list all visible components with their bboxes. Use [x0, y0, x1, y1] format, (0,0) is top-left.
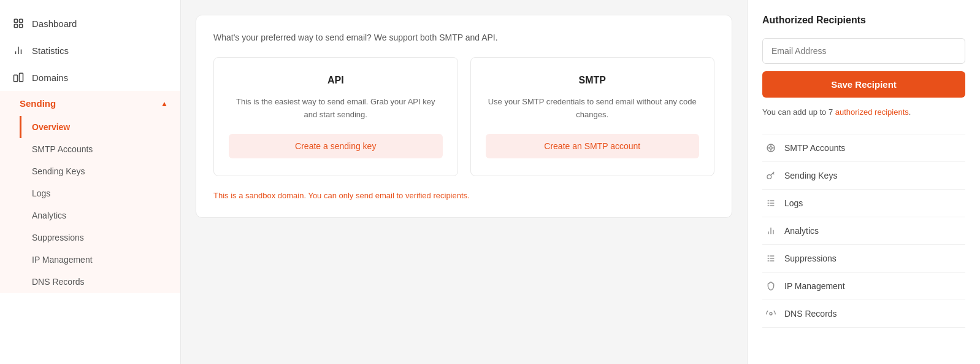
panel-label-analytics: Analytics [784, 226, 819, 236]
sidebar-label-overview: Overview [32, 122, 70, 132]
logs-icon [765, 198, 777, 208]
panel-label-smtp-accounts: SMTP Accounts [784, 143, 845, 153]
api-description: This is the easiest way to send email. G… [229, 96, 443, 122]
panel-label-dns-records: DNS Records [784, 309, 837, 319]
sidebar-label-sending: Sending [20, 98, 56, 109]
key-icon [765, 171, 777, 180]
ip-management-icon [765, 281, 777, 291]
sidebar-item-dashboard[interactable]: Dashboard [0, 10, 180, 37]
sidebar-label-dashboard: Dashboard [32, 18, 77, 29]
svg-rect-8 [20, 73, 23, 82]
sidebar-item-sending[interactable]: Sending ▲ [0, 91, 180, 116]
sidebar-item-domains[interactable]: Domains [0, 64, 180, 91]
sidebar-label-smtp-accounts: SMTP Accounts [32, 144, 93, 154]
dashboard-icon [12, 17, 25, 29]
sidebar-item-analytics[interactable]: Analytics [0, 204, 180, 227]
send-options: API This is the easiest way to send emai… [213, 57, 714, 176]
email-input[interactable] [762, 38, 965, 64]
panel-nav-smtp-accounts[interactable]: SMTP Accounts [762, 134, 965, 162]
authorized-recipients-link[interactable]: authorized recipients [835, 107, 909, 117]
panel-label-logs: Logs [784, 198, 803, 208]
sidebar-item-ip-management[interactable]: IP Management [0, 249, 180, 271]
main-content: What's your preferred way to send email?… [181, 0, 747, 364]
sending-section: Sending ▲ Overview SMTP Accounts Sending… [0, 91, 180, 293]
svg-point-33 [770, 312, 772, 315]
svg-rect-1 [20, 19, 23, 22]
panel-label-suppressions: Suppressions [784, 254, 836, 263]
sidebar-label-ip-management: IP Management [32, 255, 93, 265]
smtp-option-card: SMTP Use your SMTP credentials to send e… [470, 57, 715, 176]
panel-nav-dns-records[interactable]: DNS Records [762, 300, 965, 328]
panel-label-sending-keys: Sending Keys [784, 171, 837, 180]
smtp-description: Use your SMTP credentials to send email … [486, 96, 700, 122]
sidebar-item-statistics[interactable]: Statistics [0, 37, 180, 64]
sidebar-label-statistics: Statistics [32, 45, 69, 56]
svg-rect-0 [14, 19, 17, 22]
sidebar-item-smtp-accounts[interactable]: SMTP Accounts [0, 138, 180, 160]
dns-records-icon [765, 309, 777, 319]
panel-nav-suppressions[interactable]: Suppressions [762, 245, 965, 273]
sidebar-label-sending-keys: Sending Keys [32, 166, 85, 176]
sidebar-item-logs[interactable]: Logs [0, 182, 180, 204]
api-option-card: API This is the easiest way to send emai… [213, 57, 458, 176]
create-smtp-account-button[interactable]: Create an SMTP account [486, 134, 700, 158]
sending-sub-items: Overview SMTP Accounts Sending Keys Logs… [0, 116, 180, 293]
svg-point-15 [767, 175, 771, 179]
chevron-up-icon: ▲ [161, 99, 168, 108]
sidebar-label-suppressions: Suppressions [32, 233, 84, 242]
svg-rect-3 [20, 25, 23, 28]
suppressions-icon [765, 254, 777, 263]
domains-icon [12, 71, 25, 83]
create-sending-key-button[interactable]: Create a sending key [229, 134, 443, 158]
sidebar-label-domains: Domains [32, 72, 68, 83]
sidebar-label-dns-records: DNS Records [32, 277, 85, 287]
save-recipient-button[interactable]: Save Recipient [762, 71, 965, 98]
panel-title: Authorized Recipients [762, 15, 965, 26]
recipient-note: You can add up to 7 authorized recipient… [762, 107, 965, 117]
sidebar-item-sending-keys[interactable]: Sending Keys [0, 160, 180, 182]
smtp-accounts-icon [765, 143, 777, 153]
sidebar-item-suppressions[interactable]: Suppressions [0, 227, 180, 249]
panel-label-ip-management: IP Management [784, 281, 845, 291]
panel-nav-sending-keys[interactable]: Sending Keys [762, 162, 965, 190]
sidebar-label-logs: Logs [32, 188, 50, 198]
svg-rect-7 [14, 75, 18, 82]
sidebar-item-overview[interactable]: Overview [0, 116, 180, 138]
send-options-card: What's your preferred way to send email?… [196, 15, 732, 218]
sandbox-notice: This is a sandbox domain. You can only s… [213, 191, 714, 200]
panel-nav-ip-management[interactable]: IP Management [762, 273, 965, 300]
analytics-icon [765, 226, 777, 236]
sidebar: Dashboard Statistics Domains [0, 0, 181, 364]
sidebar-item-dns-records[interactable]: DNS Records [0, 271, 180, 293]
panel-nav-logs[interactable]: Logs [762, 190, 965, 217]
svg-point-10 [770, 147, 772, 149]
svg-rect-2 [14, 25, 17, 28]
sidebar-label-analytics: Analytics [32, 211, 66, 220]
api-title: API [229, 75, 443, 86]
card-subtitle: What's your preferred way to send email?… [213, 33, 714, 42]
smtp-title: SMTP [486, 75, 700, 86]
panel-nav-analytics[interactable]: Analytics [762, 217, 965, 245]
statistics-icon [12, 44, 25, 56]
right-panel: Authorized Recipients Save Recipient You… [747, 0, 980, 364]
svg-line-17 [773, 173, 774, 174]
